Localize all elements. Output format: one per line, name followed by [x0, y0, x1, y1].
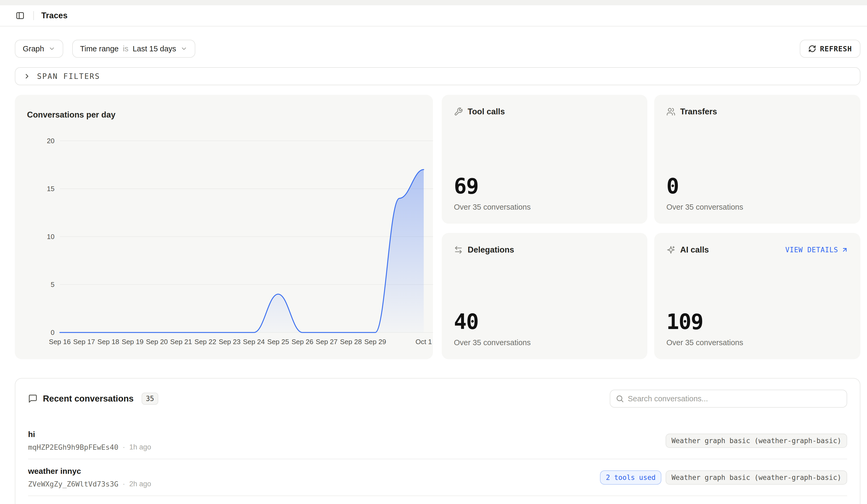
svg-text:Sep 28: Sep 28	[340, 338, 362, 346]
tools-used-tag: 2 tools used	[600, 470, 661, 485]
svg-text:Sep 26: Sep 26	[291, 338, 313, 346]
svg-text:Sep 27: Sep 27	[316, 338, 338, 346]
stat-subtitle: Over 35 conversations	[454, 203, 635, 212]
window-top-strip	[0, 0, 867, 5]
stat-value: 0	[666, 176, 848, 197]
span-filters-label: SPAN FILTERS	[37, 72, 100, 81]
conversation-id: ZVeWXgZy_Z6WltVd73s3G	[28, 480, 118, 488]
refresh-button[interactable]: REFRESH	[800, 40, 860, 58]
conversation-id: mqHZP2EGh9h9BpFEwEs40	[28, 443, 118, 451]
meta-separator: ·	[122, 443, 125, 451]
svg-text:Sep 19: Sep 19	[122, 338, 143, 346]
search-conversations-input[interactable]	[610, 390, 847, 408]
conversation-title: weather innyc	[28, 467, 151, 476]
stat-subtitle: Over 35 conversations	[666, 338, 848, 347]
conversations-chart-card: Conversations per day 05101520Sep 16Sep …	[15, 95, 433, 359]
conversations-per-day-chart: 05101520Sep 16Sep 17Sep 18Sep 19Sep 20Se…	[15, 95, 433, 359]
svg-text:Oct 1: Oct 1	[416, 338, 432, 346]
conversation-row[interactable]: himqHZP2EGh9h9BpFEwEs40·1h agoWeather gr…	[28, 422, 847, 459]
recent-conversations-card: Recent conversations 35 himqHZP2EGh9h9Bp…	[15, 378, 860, 504]
stat-subtitle: Over 35 conversations	[454, 338, 635, 347]
conversation-time: 1h ago	[129, 443, 151, 451]
users-icon	[666, 107, 675, 116]
toolbar: Graph Time range is Last 15 days REFRESH	[15, 40, 860, 58]
svg-text:Sep 24: Sep 24	[243, 338, 265, 346]
chart-area-fill	[60, 170, 424, 332]
stat-value: 109	[666, 311, 848, 332]
search-icon	[616, 394, 624, 403]
svg-text:20: 20	[47, 137, 54, 145]
conversation-time: 2h ago	[129, 480, 151, 488]
conversation-title: hi	[28, 430, 151, 439]
chevron-down-icon	[49, 45, 55, 52]
conversation-row[interactable]: weather innycZVeWXgZy_Z6WltVd73s3G·2h ag…	[28, 459, 847, 496]
stat-card-ai-calls: AI callsVIEW DETAILS109Over 35 conversat…	[654, 233, 860, 359]
time-range-operator: is	[123, 44, 128, 53]
sparkles-icon	[666, 245, 675, 254]
stat-card-transfers: Transfers0Over 35 conversations	[654, 95, 860, 224]
stat-card-delegations: Delegations40Over 35 conversations	[442, 233, 647, 359]
chevron-down-icon	[181, 45, 188, 52]
refresh-label: REFRESH	[820, 45, 852, 53]
svg-text:Sep 16: Sep 16	[49, 338, 71, 346]
svg-text:Sep 17: Sep 17	[73, 338, 95, 346]
svg-text:Sep 21: Sep 21	[170, 338, 192, 346]
message-square-icon	[28, 394, 38, 404]
view-details-link[interactable]: VIEW DETAILS	[785, 246, 848, 254]
stat-value: 69	[454, 176, 635, 197]
chart-line	[60, 170, 424, 332]
page-title: Traces	[41, 11, 67, 20]
refresh-icon	[808, 45, 816, 53]
conversation-count-badge: 35	[142, 393, 158, 405]
app-header: Traces	[0, 5, 867, 26]
svg-text:Sep 23: Sep 23	[218, 338, 240, 346]
dashboard-grid: Conversations per day 05101520Sep 16Sep …	[15, 95, 860, 359]
svg-text:Sep 25: Sep 25	[267, 338, 289, 346]
stat-title: Transfers	[680, 107, 717, 117]
view-mode-dropdown[interactable]: Graph	[15, 40, 63, 58]
time-range-value: Last 15 days	[132, 44, 176, 53]
sidebar-toggle-button[interactable]	[13, 8, 28, 23]
span-filters-toggle[interactable]: SPAN FILTERS	[15, 67, 860, 85]
svg-text:0: 0	[51, 329, 54, 336]
wrench-icon	[454, 107, 463, 116]
svg-text:Sep 29: Sep 29	[364, 338, 386, 346]
agent-tag: Weather graph basic (weather-graph-basic…	[666, 433, 847, 448]
stat-card-tool-calls: Tool calls69Over 35 conversations	[442, 95, 647, 224]
chevron-right-icon	[23, 73, 31, 80]
svg-text:Sep 18: Sep 18	[97, 338, 119, 346]
view-mode-label: Graph	[23, 44, 44, 53]
recent-conversations-title: Recent conversations	[43, 394, 133, 404]
time-range-dropdown[interactable]: Time range is Last 15 days	[72, 40, 195, 58]
svg-text:15: 15	[47, 185, 54, 193]
search-box	[610, 390, 847, 408]
meta-separator: ·	[122, 480, 125, 488]
swap-arrows-icon	[454, 245, 463, 254]
svg-text:5: 5	[51, 281, 54, 289]
stat-value: 40	[454, 311, 635, 332]
svg-text:10: 10	[47, 233, 54, 240]
stats-grid: Tool calls69Over 35 conversationsTransfe…	[442, 95, 860, 359]
panel-left-icon	[15, 11, 25, 20]
stat-title: Delegations	[468, 245, 514, 255]
header-divider	[33, 11, 34, 20]
arrow-up-right-icon	[841, 246, 848, 253]
agent-tag: Weather graph basic (weather-graph-basic…	[666, 470, 847, 485]
stat-subtitle: Over 35 conversations	[666, 203, 848, 212]
time-range-field: Time range	[80, 44, 119, 53]
conversation-list: himqHZP2EGh9h9BpFEwEs40·1h agoWeather gr…	[15, 422, 860, 496]
stat-title: AI calls	[680, 245, 709, 255]
stat-title: Tool calls	[468, 107, 505, 117]
svg-text:Sep 22: Sep 22	[194, 338, 216, 346]
svg-text:Sep 20: Sep 20	[146, 338, 168, 346]
view-details-label: VIEW DETAILS	[785, 246, 838, 254]
